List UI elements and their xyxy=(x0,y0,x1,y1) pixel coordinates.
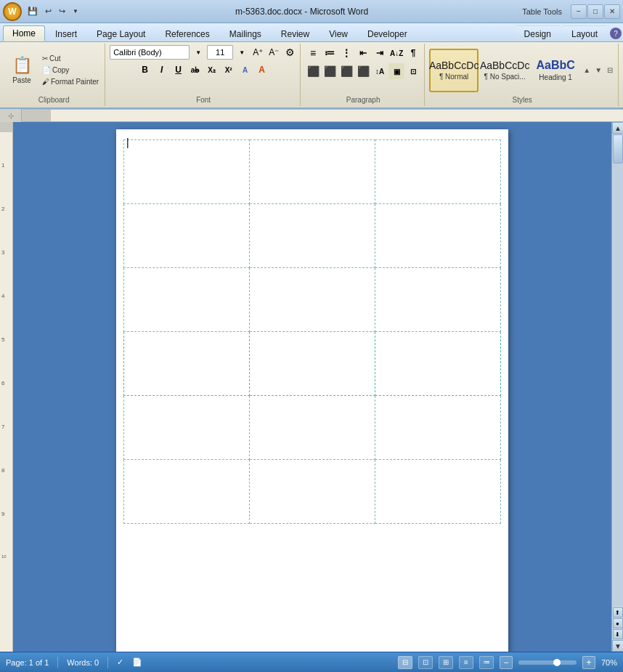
increase-font-btn[interactable]: A⁺ xyxy=(251,45,265,60)
subscript-button[interactable]: X₂ xyxy=(204,62,220,78)
table-cell[interactable] xyxy=(250,204,375,268)
copy-button[interactable]: 📄 Copy xyxy=(39,65,102,76)
print-layout-view-btn[interactable]: ⊟ xyxy=(398,656,412,669)
cut-icon: ✂ xyxy=(42,54,48,62)
tab-page-layout[interactable]: Page Layout xyxy=(87,25,155,41)
justify-button[interactable]: ⬛ xyxy=(355,63,371,79)
scroll-up-button[interactable]: ▲ xyxy=(612,122,623,134)
font-size-dropdown[interactable]: ▼ xyxy=(235,45,249,60)
tab-home[interactable]: Home xyxy=(3,25,45,41)
clear-format-btn[interactable]: ⚙ xyxy=(282,45,297,60)
redo-quick-btn[interactable]: ↪ xyxy=(56,5,68,17)
align-center-button[interactable]: ⬛ xyxy=(322,63,338,79)
table-row xyxy=(124,460,501,524)
minimize-button[interactable]: − xyxy=(571,4,587,19)
draft-view-btn[interactable]: ≔ xyxy=(479,656,494,669)
table-cell[interactable] xyxy=(375,140,501,204)
shading-button[interactable]: ▣ xyxy=(388,63,404,79)
table-cell[interactable] xyxy=(124,268,250,332)
maximize-button[interactable]: □ xyxy=(587,4,603,19)
format-painter-button[interactable]: 🖌 Format Painter xyxy=(39,76,102,87)
text-effects-button[interactable]: A xyxy=(237,62,253,78)
ruler-corner[interactable]: ⊹ xyxy=(0,109,22,122)
tab-layout[interactable]: Layout xyxy=(562,25,607,41)
document-page[interactable] xyxy=(116,129,508,652)
table-cell[interactable] xyxy=(375,268,501,332)
close-button[interactable]: ✕ xyxy=(604,4,620,19)
undo-quick-btn[interactable]: ↩ xyxy=(42,5,54,17)
tab-references[interactable]: References xyxy=(155,25,219,41)
tab-insert[interactable]: Insert xyxy=(46,25,86,41)
bold-button[interactable]: B xyxy=(137,62,153,78)
multilevel-list-button[interactable]: ⋮ xyxy=(338,45,354,61)
browse-next-button[interactable]: ⬇ xyxy=(613,629,623,639)
highlight-button[interactable]: A xyxy=(254,62,270,78)
table-cell[interactable] xyxy=(124,396,250,460)
style-heading1[interactable]: AaBbC Heading 1 xyxy=(531,49,580,92)
browse-prev-button[interactable]: ⬆ xyxy=(613,607,623,618)
scroll-thumb[interactable] xyxy=(613,134,623,163)
office-button[interactable]: W xyxy=(3,2,22,21)
table-row xyxy=(124,396,501,460)
tab-design[interactable]: Design xyxy=(515,25,561,41)
increase-indent-button[interactable]: ⇥ xyxy=(372,45,388,61)
scroll-track[interactable] xyxy=(612,134,623,607)
table-cell[interactable] xyxy=(124,332,250,396)
table-cell[interactable] xyxy=(375,460,501,524)
zoom-slider[interactable] xyxy=(518,660,577,665)
italic-button[interactable]: I xyxy=(154,62,170,78)
zoom-in-button[interactable]: + xyxy=(582,656,595,669)
style-normal[interactable]: AaBbCcDc ¶ Normal xyxy=(429,49,479,92)
zoom-level[interactable]: 70% xyxy=(601,658,617,667)
strikethrough-button[interactable]: ab̶ xyxy=(187,62,203,78)
table-cell[interactable] xyxy=(250,268,375,332)
zoom-slider-thumb[interactable] xyxy=(553,659,561,666)
document-table[interactable] xyxy=(123,139,501,524)
quick-access-dropdown[interactable]: ▼ xyxy=(70,7,81,16)
document-area[interactable] xyxy=(13,122,611,652)
scroll-down-button[interactable]: ▼ xyxy=(612,640,623,652)
table-cell[interactable] xyxy=(124,460,250,524)
table-cell[interactable] xyxy=(250,396,375,460)
align-left-button[interactable]: ⬛ xyxy=(305,63,321,79)
styles-scroll-down[interactable]: ▼ xyxy=(593,49,603,92)
font-name-input[interactable] xyxy=(110,45,190,60)
underline-button[interactable]: U xyxy=(171,62,187,78)
align-right-button[interactable]: ⬛ xyxy=(338,63,354,79)
table-cell[interactable] xyxy=(124,140,250,204)
tab-view[interactable]: View xyxy=(319,25,357,41)
full-screen-view-btn[interactable]: ⊡ xyxy=(418,656,433,669)
tab-mailings[interactable]: Mailings xyxy=(220,25,271,41)
styles-scroll-up[interactable]: ▲ xyxy=(582,49,592,92)
font-size-input[interactable] xyxy=(207,45,233,60)
decrease-indent-button[interactable]: ⇤ xyxy=(355,45,371,61)
zoom-out-button[interactable]: − xyxy=(500,656,513,669)
styles-expand[interactable]: ⊟ xyxy=(605,49,615,92)
style-no-spacing[interactable]: AaBbCcDc ¶ No Spaci... xyxy=(480,49,529,92)
help-button[interactable]: ? xyxy=(608,25,623,41)
superscript-button[interactable]: X² xyxy=(221,62,237,78)
line-spacing-button[interactable]: ↕A xyxy=(372,63,388,79)
table-cell[interactable] xyxy=(250,460,375,524)
table-cell[interactable] xyxy=(124,204,250,268)
decrease-font-btn[interactable]: A⁻ xyxy=(266,45,281,60)
table-cell[interactable] xyxy=(250,140,375,204)
tab-review[interactable]: Review xyxy=(272,25,319,41)
show-formatting-button[interactable]: ¶ xyxy=(405,45,421,61)
sort-button[interactable]: A↓Z xyxy=(388,45,404,61)
table-cell[interactable] xyxy=(375,332,501,396)
browse-object-button[interactable]: ● xyxy=(613,618,623,628)
outline-view-btn[interactable]: ≡ xyxy=(459,656,473,669)
save-quick-btn[interactable]: 💾 xyxy=(25,5,41,17)
table-cell[interactable] xyxy=(250,332,375,396)
font-name-dropdown[interactable]: ▼ xyxy=(191,45,205,60)
web-layout-view-btn[interactable]: ⊞ xyxy=(439,656,453,669)
table-cell[interactable] xyxy=(375,204,501,268)
paste-button[interactable]: 📋 Paste xyxy=(6,49,38,92)
table-cell[interactable] xyxy=(375,396,501,460)
numbering-button[interactable]: ≔ xyxy=(322,45,338,61)
bullets-button[interactable]: ≡ xyxy=(305,45,321,61)
cut-button[interactable]: ✂ Cut xyxy=(39,53,102,64)
tab-developer[interactable]: Developer xyxy=(358,25,417,41)
borders-button[interactable]: ⊡ xyxy=(405,63,421,79)
